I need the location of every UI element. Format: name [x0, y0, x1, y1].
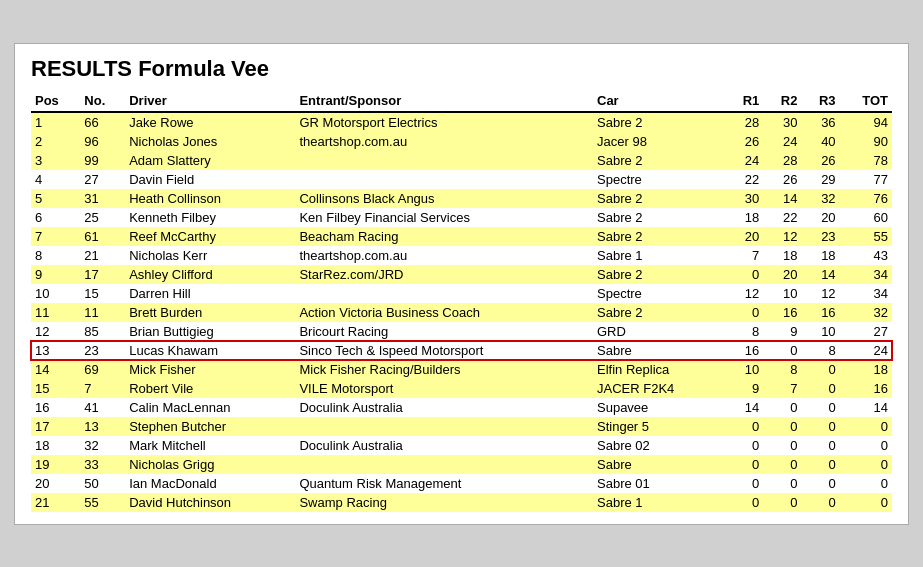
cell-entrant: StarRez.com/JRD — [295, 265, 593, 284]
cell-pos: 12 — [31, 322, 80, 341]
table-row: 1933Nicholas GriggSabre0000 — [31, 455, 892, 474]
cell-r1: 8 — [725, 322, 763, 341]
cell-entrant: Ken Filbey Financial Services — [295, 208, 593, 227]
cell-pos: 14 — [31, 360, 80, 379]
cell-no: 27 — [80, 170, 125, 189]
cell-r3: 14 — [801, 265, 839, 284]
cell-car: Elfin Replica — [593, 360, 725, 379]
cell-tot: 34 — [840, 265, 892, 284]
cell-r2: 0 — [763, 398, 801, 417]
cell-no: 31 — [80, 189, 125, 208]
cell-car: Sabre 02 — [593, 436, 725, 455]
cell-pos: 10 — [31, 284, 80, 303]
cell-tot: 0 — [840, 436, 892, 455]
cell-tot: 0 — [840, 455, 892, 474]
cell-pos: 3 — [31, 151, 80, 170]
cell-entrant: Sinco Tech & Ispeed Motorsport — [295, 341, 593, 360]
cell-r1: 16 — [725, 341, 763, 360]
cell-entrant: Doculink Australia — [295, 398, 593, 417]
cell-r1: 20 — [725, 227, 763, 246]
cell-entrant — [295, 455, 593, 474]
cell-driver: Adam Slattery — [125, 151, 295, 170]
cell-r3: 36 — [801, 112, 839, 132]
cell-r3: 0 — [801, 436, 839, 455]
cell-driver: Mark Mitchell — [125, 436, 295, 455]
table-row: 399Adam SlatterySabre 224282678 — [31, 151, 892, 170]
cell-tot: 94 — [840, 112, 892, 132]
table-row: 157Robert VileVILE MotorsportJACER F2K49… — [31, 379, 892, 398]
cell-tot: 43 — [840, 246, 892, 265]
cell-pos: 11 — [31, 303, 80, 322]
table-row: 2050Ian MacDonaldQuantum Risk Management… — [31, 474, 892, 493]
table-row: 427Davin FieldSpectre22262977 — [31, 170, 892, 189]
cell-r2: 12 — [763, 227, 801, 246]
table-row: 1323Lucas KhawamSinco Tech & Ispeed Moto… — [31, 341, 892, 360]
cell-entrant: Swamp Racing — [295, 493, 593, 512]
cell-car: Sabre 2 — [593, 151, 725, 170]
cell-entrant: Collinsons Black Angus — [295, 189, 593, 208]
cell-r1: 0 — [725, 303, 763, 322]
cell-car: Sabre 2 — [593, 112, 725, 132]
cell-r1: 7 — [725, 246, 763, 265]
cell-tot: 32 — [840, 303, 892, 322]
cell-no: 50 — [80, 474, 125, 493]
page-title: RESULTS Formula Vee — [31, 56, 892, 82]
table-row: 917Ashley CliffordStarRez.com/JRDSabre 2… — [31, 265, 892, 284]
cell-entrant: theartshop.com.au — [295, 246, 593, 265]
cell-r2: 9 — [763, 322, 801, 341]
table-row: 2155David HutchinsonSwamp RacingSabre 10… — [31, 493, 892, 512]
cell-car: Sabre 2 — [593, 303, 725, 322]
cell-r2: 24 — [763, 132, 801, 151]
cell-tot: 16 — [840, 379, 892, 398]
cell-car: Sabre 2 — [593, 208, 725, 227]
cell-r3: 18 — [801, 246, 839, 265]
cell-entrant: theartshop.com.au — [295, 132, 593, 151]
cell-r1: 0 — [725, 455, 763, 474]
col-r1: R1 — [725, 90, 763, 112]
table-row: 531Heath CollinsonCollinsons Black Angus… — [31, 189, 892, 208]
cell-no: 7 — [80, 379, 125, 398]
cell-entrant — [295, 151, 593, 170]
results-container: RESULTS Formula Vee Pos No. Driver Entra… — [14, 43, 909, 525]
cell-no: 33 — [80, 455, 125, 474]
cell-r1: 28 — [725, 112, 763, 132]
cell-driver: Darren Hill — [125, 284, 295, 303]
cell-pos: 4 — [31, 170, 80, 189]
cell-car: Sabre 1 — [593, 246, 725, 265]
cell-r3: 0 — [801, 474, 839, 493]
cell-r1: 24 — [725, 151, 763, 170]
cell-r3: 0 — [801, 417, 839, 436]
cell-tot: 18 — [840, 360, 892, 379]
cell-car: Sabre 2 — [593, 227, 725, 246]
cell-car: JACER F2K4 — [593, 379, 725, 398]
cell-pos: 7 — [31, 227, 80, 246]
cell-pos: 15 — [31, 379, 80, 398]
cell-tot: 90 — [840, 132, 892, 151]
cell-driver: Brett Burden — [125, 303, 295, 322]
cell-no: 85 — [80, 322, 125, 341]
cell-pos: 5 — [31, 189, 80, 208]
col-r3: R3 — [801, 90, 839, 112]
cell-entrant: Quantum Risk Management — [295, 474, 593, 493]
cell-no: 41 — [80, 398, 125, 417]
cell-no: 99 — [80, 151, 125, 170]
cell-pos: 9 — [31, 265, 80, 284]
cell-entrant — [295, 417, 593, 436]
cell-car: Sabre 2 — [593, 265, 725, 284]
cell-driver: Brian Buttigieg — [125, 322, 295, 341]
cell-car: Spectre — [593, 284, 725, 303]
col-no: No. — [80, 90, 125, 112]
cell-r3: 8 — [801, 341, 839, 360]
cell-tot: 34 — [840, 284, 892, 303]
cell-no: 23 — [80, 341, 125, 360]
cell-pos: 8 — [31, 246, 80, 265]
cell-pos: 1 — [31, 112, 80, 132]
cell-r1: 0 — [725, 417, 763, 436]
cell-tot: 78 — [840, 151, 892, 170]
cell-driver: Stephen Butcher — [125, 417, 295, 436]
col-tot: TOT — [840, 90, 892, 112]
cell-driver: Jake Rowe — [125, 112, 295, 132]
col-driver: Driver — [125, 90, 295, 112]
cell-pos: 20 — [31, 474, 80, 493]
cell-r2: 14 — [763, 189, 801, 208]
